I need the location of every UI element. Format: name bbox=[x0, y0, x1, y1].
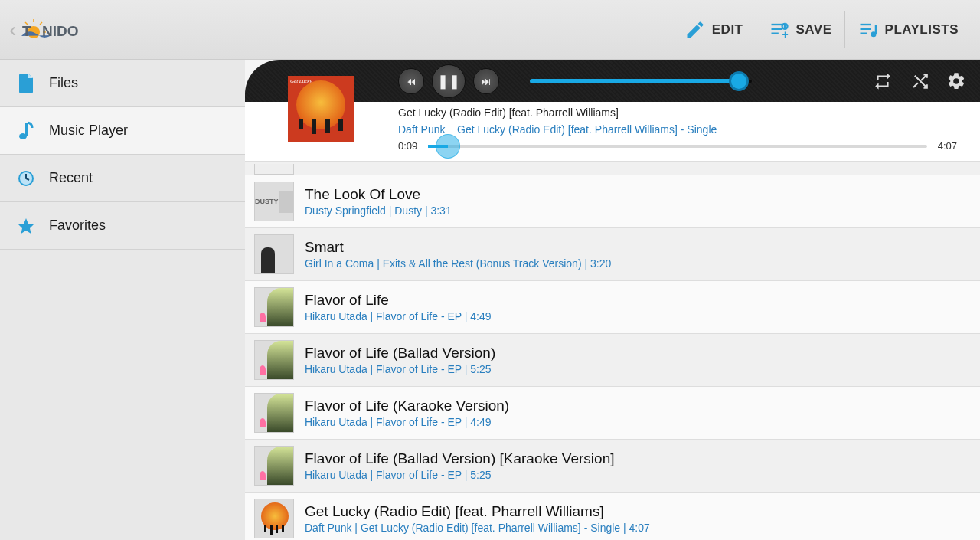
svg-text:T: T bbox=[22, 23, 31, 39]
track-title: Flavor of Life (Karaoke Version) bbox=[305, 398, 509, 414]
scrub-bar[interactable] bbox=[428, 145, 926, 148]
svg-rect-9 bbox=[771, 32, 778, 34]
sidebar-item-favorites[interactable]: Favorites bbox=[0, 202, 245, 250]
track-row[interactable]: Smart Girl In a Coma | Exits & All the R… bbox=[245, 228, 980, 281]
player-controls: ⏮ ❚❚ ⏭ bbox=[245, 60, 980, 102]
svg-rect-15 bbox=[874, 25, 876, 34]
svg-rect-13 bbox=[860, 32, 867, 34]
pencil-icon bbox=[684, 19, 706, 41]
playlists-icon bbox=[858, 19, 879, 41]
track-title: Get Lucky (Radio Edit) [feat. Pharrell W… bbox=[305, 503, 650, 520]
now-playing-title: Get Lucky (Radio Edit) [feat. Pharrell W… bbox=[398, 106, 980, 119]
sidebar-item-recent[interactable]: Recent bbox=[0, 155, 245, 202]
track-title: The Look Of Love bbox=[305, 186, 452, 203]
star-icon bbox=[17, 217, 35, 235]
track-row-partial[interactable] bbox=[245, 162, 980, 175]
track-subtitle: Dusty Springfield | Dusty | 3:31 bbox=[305, 205, 452, 217]
track-subtitle: Hikaru Utada | Flavor of Life - EP | 5:2… bbox=[305, 469, 614, 481]
next-button[interactable]: ⏭ bbox=[473, 68, 499, 94]
file-icon bbox=[17, 74, 35, 93]
track-cover: DUSTY bbox=[254, 182, 294, 221]
save-button[interactable]: + SAVE bbox=[756, 11, 844, 48]
sidebar: Files Music Player Recent Favorites bbox=[0, 60, 245, 540]
music-note-icon bbox=[17, 122, 35, 140]
rewind-icon: ⏮ bbox=[406, 75, 416, 87]
track-subtitle: Daft Punk | Get Lucky (Radio Edit) [feat… bbox=[305, 522, 650, 534]
app-header: ‹ T NIDO EDIT + SAVE bbox=[0, 0, 980, 60]
forward-icon: ⏭ bbox=[481, 75, 492, 87]
tonido-logo: T NIDO bbox=[18, 18, 117, 41]
prev-button[interactable]: ⏮ bbox=[398, 68, 424, 94]
track-title: Flavor of Life (Ballad Version) bbox=[305, 345, 495, 362]
shuffle-icon[interactable] bbox=[910, 71, 929, 91]
track-row[interactable]: Flavor of Life Hikaru Utada | Flavor of … bbox=[245, 281, 980, 334]
now-playing-cover: Get Lucky bbox=[288, 76, 354, 142]
track-row[interactable]: Get Lucky (Radio Edit) [feat. Pharrell W… bbox=[245, 493, 980, 540]
repeat-icon[interactable] bbox=[873, 71, 893, 91]
svg-rect-8 bbox=[771, 28, 782, 29]
save-playlist-icon: + bbox=[769, 19, 790, 41]
svg-text:NIDO: NIDO bbox=[42, 23, 79, 39]
header-actions: EDIT + SAVE PLAYLISTS bbox=[672, 11, 971, 48]
total-time: 4:07 bbox=[938, 140, 957, 152]
pause-icon: ❚❚ bbox=[437, 73, 460, 90]
track-row[interactable]: Flavor of Life (Karaoke Version) Hikaru … bbox=[245, 387, 980, 440]
track-subtitle: Hikaru Utada | Flavor of Life - EP | 4:4… bbox=[305, 416, 509, 428]
now-playing-album: Get Lucky (Radio Edit) [feat. Pharrell W… bbox=[445, 123, 717, 136]
track-subtitle: Hikaru Utada | Flavor of Life - EP | 4:4… bbox=[305, 310, 492, 322]
play-pause-button[interactable]: ❚❚ bbox=[432, 64, 466, 98]
track-list: DUSTY The Look Of Love Dusty Springfield… bbox=[245, 162, 980, 540]
now-playing-subtitle: Daft PunkGet Lucky (Radio Edit) [feat. P… bbox=[398, 123, 980, 136]
svg-rect-11 bbox=[860, 23, 871, 25]
clock-icon bbox=[17, 169, 35, 188]
track-cover bbox=[254, 446, 294, 486]
sidebar-item-label: Music Player bbox=[49, 123, 128, 139]
track-title: Flavor of Life bbox=[305, 292, 492, 309]
now-playing-info: Get Lucky Get Lucky (Radio Edit) [feat. … bbox=[245, 102, 980, 162]
track-cover bbox=[254, 340, 294, 380]
music-panel: ⏮ ❚❚ ⏭ Get Lucky Get Lucky (Radio Edit) … bbox=[245, 60, 980, 540]
track-cover bbox=[254, 393, 294, 433]
save-label: SAVE bbox=[796, 22, 832, 38]
elapsed-time: 0:09 bbox=[398, 140, 417, 152]
sidebar-item-label: Favorites bbox=[49, 218, 106, 234]
track-subtitle: Girl In a Coma | Exits & All the Rest (B… bbox=[305, 257, 611, 270]
svg-rect-12 bbox=[860, 28, 871, 29]
track-subtitle: Hikaru Utada | Flavor of Life - EP | 5:2… bbox=[305, 363, 495, 375]
track-row[interactable]: DUSTY The Look Of Love Dusty Springfield… bbox=[245, 175, 980, 228]
sidebar-item-label: Recent bbox=[49, 170, 93, 186]
track-row[interactable]: Flavor of Life (Ballad Version) Hikaru U… bbox=[245, 334, 980, 387]
now-playing-artist: Daft Punk bbox=[398, 123, 445, 136]
track-row[interactable]: Flavor of Life (Ballad Version) [Karaoke… bbox=[245, 440, 980, 493]
sidebar-item-files[interactable]: Files bbox=[0, 60, 245, 107]
volume-slider[interactable] bbox=[530, 79, 752, 83]
logo-area[interactable]: ‹ T NIDO bbox=[9, 18, 117, 42]
sidebar-item-label: Files bbox=[49, 75, 78, 91]
sidebar-item-music-player[interactable]: Music Player bbox=[0, 107, 245, 155]
settings-icon[interactable] bbox=[946, 71, 966, 91]
track-cover bbox=[254, 287, 294, 327]
track-title: Smart bbox=[305, 239, 611, 256]
track-cover bbox=[254, 234, 294, 274]
edit-label: EDIT bbox=[712, 22, 743, 38]
playlists-label: PLAYLISTS bbox=[885, 22, 959, 38]
svg-rect-17 bbox=[25, 123, 28, 136]
back-icon[interactable]: ‹ bbox=[9, 18, 16, 42]
playlists-button[interactable]: PLAYLISTS bbox=[844, 11, 971, 48]
edit-button[interactable]: EDIT bbox=[672, 11, 756, 48]
track-cover bbox=[254, 499, 294, 538]
track-title: Flavor of Life (Ballad Version) [Karaoke… bbox=[305, 450, 614, 467]
svg-rect-7 bbox=[771, 23, 782, 25]
